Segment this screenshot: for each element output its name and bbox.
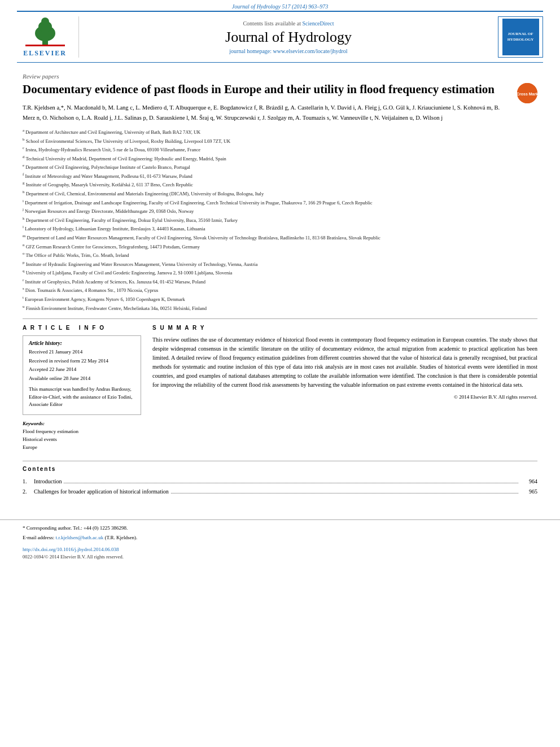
affiliation-b: b School of Environmental Sciences, The …: [23, 137, 537, 145]
journal-logo-box: JOURNAL OF HYDROLOGY: [502, 19, 539, 55]
affiliation-o: o The Office of Public Works, Trim, Co. …: [23, 251, 537, 259]
affiliations: a Department of Architecture and Civil E…: [23, 128, 537, 312]
authors: T.R. Kjeldsen a,*, N. Macdonald b, M. La…: [23, 103, 537, 123]
keywords-heading: Keywords:: [23, 421, 141, 426]
journal-homepage: journal homepage: www.elsevier.com/locat…: [229, 48, 347, 54]
affiliation-f: f Institute of Meteorology and Water Man…: [23, 172, 537, 180]
svg-rect-4: [25, 45, 65, 46]
affiliation-h: h Department of Civil, Chemical, Environ…: [23, 189, 537, 198]
keywords-section: Keywords: Flood frequency estimation His…: [23, 421, 141, 452]
citation-text: Journal of Hydrology 517 (2014) 963–973: [232, 3, 328, 10]
dots-1: [64, 483, 518, 483]
svg-text:Cross
Mark: Cross Mark: [517, 92, 537, 96]
contents-section: Contents 1. Introduction 964 2. Challeng…: [23, 461, 537, 497]
received-revised-date: Received in revised form 22 May 2014: [29, 357, 135, 365]
received-date: Received 21 January 2014: [29, 348, 135, 356]
affiliation-n: n GFZ German Research Centre for Geoscie…: [23, 242, 537, 251]
crossmark-badge[interactable]: Cross Mark: [517, 83, 537, 103]
affiliation-r: r Institute of Geophysics, Polish Academ…: [23, 277, 537, 286]
article-title: Documentary evidence of past floods in E…: [23, 82, 537, 97]
affiliation-m: m Department of Land and Water Resources…: [23, 233, 537, 242]
affiliation-g: g Institute of Geography, Masaryk Univer…: [23, 180, 537, 189]
contents-item-2: 2. Challenges for broader application of…: [23, 487, 537, 497]
article-info-heading: A R T I C L E I N F O: [23, 325, 141, 331]
main-content: Review papers Cross Mark Documentary evi…: [0, 63, 560, 508]
accepted-date: Accepted 22 June 2014: [29, 366, 135, 374]
article-history-heading: Article history:: [29, 340, 135, 346]
elsevier-wordmark: ELSEVIER: [23, 49, 67, 58]
keyword-1: Flood frequency estimation: [23, 427, 141, 435]
contents-label-1: Introduction: [34, 477, 62, 487]
journal-header: ELSEVIER Contents lists available at Sci…: [17, 11, 543, 63]
affiliation-c: c Irstea, Hydrology-Hydraulics Research …: [23, 145, 537, 154]
crossmark-icon: Cross Mark: [517, 83, 537, 103]
elsevier-logo: ELSEVIER: [17, 16, 79, 58]
journal-title: Journal of Hydrology: [225, 29, 352, 46]
homepage-link[interactable]: journal homepage: www.elsevier.com/locat…: [229, 48, 347, 54]
elsevier-tree-icon: [25, 16, 65, 47]
contents-list: 1. Introduction 964 2. Challenges for br…: [23, 477, 537, 497]
contents-heading: Contents: [23, 466, 537, 472]
issn-text: 0022-1694/© 2014 Elsevier B.V. All right…: [23, 554, 537, 560]
affiliation-q: q University of Ljubljana, Faculty of Ci…: [23, 268, 537, 277]
contents-page-2: 965: [520, 487, 537, 497]
email-note: E-mail address: t.r.kjeldsen@bath.ac.uk …: [23, 534, 537, 542]
affiliation-d: d Technical University of Madrid, Depart…: [23, 154, 537, 163]
affiliation-s: s Dion. Toumazis & Associates, 4 Romanos…: [23, 286, 537, 294]
email-link[interactable]: t.r.kjeldsen@bath.ac.uk: [55, 535, 103, 540]
editor-note: This manuscript was handled by Andras Ba…: [29, 386, 135, 409]
article-info-box: Article history: Received 21 January 201…: [23, 335, 141, 415]
summary-heading: S U M M A R Y: [152, 325, 537, 331]
contents-num-2: 2.: [23, 487, 34, 497]
affiliation-e: e Department of Civil Engineering, Polyt…: [23, 163, 537, 171]
corresponding-note: * Corresponding author. Tel.: +44 (0) 12…: [23, 525, 537, 532]
journal-logo-right: JOURNAL OF HYDROLOGY: [498, 16, 543, 58]
crossmark-circle: Cross Mark: [517, 83, 537, 103]
affiliation-u: u Finnish Environment Institute, Freshwa…: [23, 304, 537, 312]
sciencedirect-anchor[interactable]: ScienceDirect: [302, 20, 334, 27]
affiliation-t: t European Environment Agency, Kongens N…: [23, 295, 537, 303]
keyword-2: Historical events: [23, 435, 141, 443]
left-column: A R T I C L E I N F O Article history: R…: [23, 325, 141, 452]
footer: * Corresponding author. Tel.: +44 (0) 12…: [0, 519, 560, 565]
two-column-section: A R T I C L E I N F O Article history: R…: [23, 318, 537, 452]
dots-2: [171, 493, 518, 493]
affiliation-l: l Laboratory of Hydrology, Lithuanian En…: [23, 224, 537, 233]
affiliation-a: a Department of Architecture and Civil E…: [23, 128, 537, 136]
copyright: © 2014 Elsevier B.V. All rights reserved…: [152, 394, 537, 400]
contents-page-1: 964: [520, 477, 537, 487]
page: Journal of Hydrology 517 (2014) 963–973 …: [0, 0, 560, 747]
right-column: S U M M A R Y This review outlines the u…: [152, 325, 537, 452]
affiliation-k: k Department of Civil Engineering, Facul…: [23, 216, 537, 224]
available-date: Available online 28 June 2014: [29, 375, 135, 383]
journal-citation: Journal of Hydrology 517 (2014) 963–973: [0, 0, 560, 11]
section-label: Review papers: [23, 73, 537, 80]
affiliation-i: i Department of Irrigation, Drainage and…: [23, 198, 537, 207]
contents-item-1: 1. Introduction 964: [23, 477, 537, 487]
doi-link[interactable]: http://dx.doi.org/10.1016/j.jhydrol.2014…: [23, 547, 119, 552]
contents-label-2: Challenges for broader application of hi…: [34, 487, 169, 497]
affiliation-j: j Norwegian Resources and Energy Directo…: [23, 207, 537, 215]
contents-num-1: 1.: [23, 477, 34, 487]
journal-center: Contents lists available at ScienceDirec…: [85, 16, 492, 58]
svg-point-3: [41, 18, 49, 25]
sciencedirect-link: Contents lists available at ScienceDirec…: [243, 20, 334, 27]
affiliation-p: p Institute of Hydraulic Engineering and…: [23, 260, 537, 268]
keyword-3: Europe: [23, 443, 141, 451]
summary-text: This review outlines the use of document…: [152, 335, 537, 390]
